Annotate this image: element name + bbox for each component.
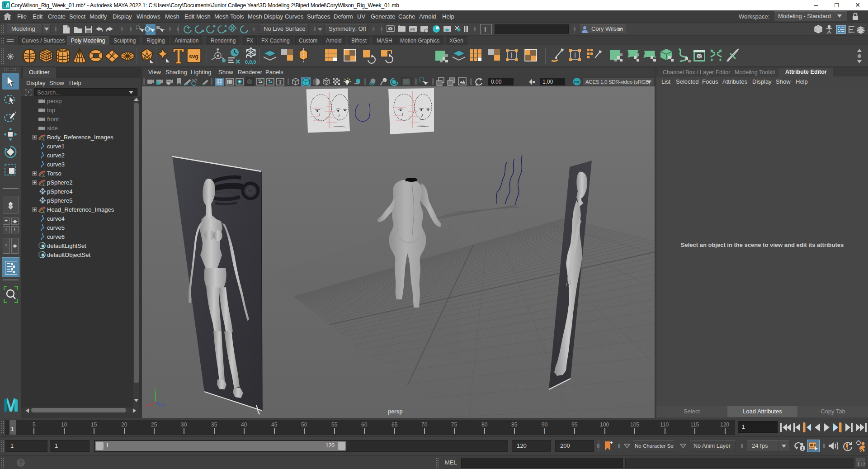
- svg-text:{;}: {;}: [857, 462, 865, 467]
- svg-text:x: x: [146, 403, 148, 407]
- svg-text:ACES 1.0 SDR-video (sRGB): ACES 1.0 SDR-video (sRGB): [585, 79, 651, 85]
- svg-text:persp: persp: [388, 408, 403, 415]
- svg-text:T: T: [278, 79, 282, 85]
- svg-text:GN: GN: [574, 80, 579, 84]
- svg-text:0.00: 0.00: [491, 79, 502, 85]
- svg-text:IPR: IPR: [410, 28, 415, 31]
- svg-text:1.00: 1.00: [542, 79, 553, 85]
- svg-text:?: ?: [19, 459, 23, 466]
- svg-text:1: 1: [802, 446, 804, 451]
- svg-text:z: z: [162, 403, 164, 408]
- svg-text:y: y: [154, 387, 156, 392]
